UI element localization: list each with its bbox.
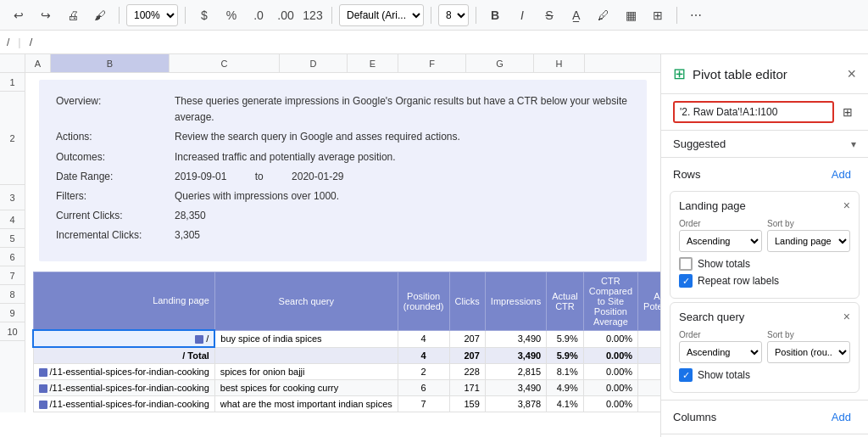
col-header-f[interactable]: F (398, 54, 466, 72)
divider-4 (431, 7, 431, 24)
info-row-current-clicks: Current Clicks: 28,350 (56, 208, 630, 224)
cell-ctr: 5.9% (547, 330, 584, 347)
landing-page-close-button[interactable]: × (843, 199, 850, 212)
sort-by-label: Sort by (767, 219, 850, 228)
columns-add-button[interactable]: Add (826, 409, 856, 425)
number-format-button[interactable]: 123 (301, 3, 325, 27)
overview-value: These queries generate impressions in Go… (175, 93, 630, 126)
table-row[interactable]: / Total42073,4905.9%0.00% (33, 347, 660, 364)
incremental-clicks-value: 3,305 (175, 227, 200, 244)
columns-section-header: Columns Add (661, 400, 868, 430)
search-query-sortby-select[interactable]: Position (rou... (767, 341, 850, 363)
cell-ctr: 5.9% (547, 347, 584, 364)
currency-button[interactable]: $ (192, 3, 216, 27)
values-row: Values as: Columns Add (661, 434, 868, 437)
row-num-9: 9 (0, 304, 25, 322)
landing-page-order-row: Order Ascending Sort by Landing page (679, 219, 850, 252)
col-header-h[interactable]: H (534, 54, 585, 72)
cell-ctr-compare: 0.00% (583, 347, 637, 364)
info-card: Overview: These queries generate impress… (39, 80, 647, 261)
datasource-grid-icon[interactable]: ⊞ (839, 104, 856, 120)
col-header-g[interactable]: G (466, 54, 534, 72)
percent-button[interactable]: % (220, 3, 243, 27)
show-totals-row-2: ✓ Show totals (679, 368, 850, 382)
main-layout: A B C D E F G H 1 2 3 4 5 6 7 8 9 10 (0, 54, 868, 437)
merge-button[interactable]: ⊞ (646, 3, 670, 27)
undo-button[interactable]: ↩ (7, 3, 31, 27)
filters-label: Filters: (56, 188, 175, 204)
panel-table-icon: ⊞ (673, 64, 686, 83)
columns-section-title: Columns (673, 411, 826, 423)
date-to-label: to (255, 171, 264, 182)
font-size-select[interactable]: 8 (438, 4, 469, 26)
cell-landing-page: / (33, 330, 214, 347)
sq-order-label: Order (679, 330, 762, 339)
font-color-button[interactable]: A̲ (565, 3, 588, 27)
cell-impressions: 3,490 (485, 380, 546, 396)
redo-button[interactable]: ↪ (34, 3, 58, 27)
search-query-order-select[interactable]: Ascending (679, 341, 762, 363)
col-header-a[interactable]: A (25, 54, 51, 72)
th-search-query: Search query (214, 272, 398, 330)
col-header-e[interactable]: E (348, 54, 398, 72)
cell-clicks: 159 (449, 396, 485, 412)
suggested-row[interactable]: Suggested ▾ (661, 131, 868, 158)
cell-landing-page: / Total (33, 347, 214, 364)
show-totals-checkbox-2[interactable]: ✓ (679, 368, 693, 382)
panel-close-button[interactable]: × (847, 65, 856, 83)
table-header-row: Landing page Search query Position (roun… (33, 272, 660, 330)
col-header-c[interactable]: C (170, 54, 280, 72)
table-row[interactable]: /buy spice of india spices42073,4905.9%0… (33, 330, 660, 347)
divider-6 (676, 7, 677, 24)
highlight-button[interactable]: 🖊 (592, 3, 615, 27)
cell-impressions: 3,490 (485, 347, 546, 364)
decimal-2-button[interactable]: .00 (274, 3, 298, 27)
paint-format-button[interactable]: 🖌 (88, 3, 112, 27)
show-totals-checkbox-1[interactable] (679, 257, 693, 271)
th-impressions: Impressions (485, 272, 546, 330)
landing-page-title: Landing page (679, 199, 843, 212)
table-row[interactable]: /11-essential-spices-for-indian-cookings… (33, 364, 660, 380)
search-query-sortby-col: Sort by Position (rou... (767, 330, 850, 363)
bold-button[interactable]: B (483, 3, 507, 27)
th-ctr-compare: CTR Compared to Site Position Average (583, 272, 637, 330)
borders-button[interactable]: ▦ (619, 3, 643, 27)
date-range-value: 2019-09-01 to 2020-01-29 (175, 169, 343, 185)
cell-clicks: 171 (449, 380, 485, 396)
landing-page-order-select[interactable]: Ascending (679, 230, 762, 252)
italic-button[interactable]: I (510, 3, 534, 27)
zoom-select[interactable]: 100% (126, 4, 178, 26)
divider-5 (476, 7, 476, 24)
current-clicks-label: Current Clicks: (56, 208, 175, 224)
cell-ctr-compare: 0.00% (583, 396, 637, 412)
more-button[interactable]: ⋯ (684, 3, 708, 27)
cell-impressions: 2,815 (485, 364, 546, 380)
row-num-3: 3 (0, 185, 25, 210)
cell-position: 2 (398, 364, 449, 380)
repeat-row-checkbox[interactable]: ✓ (679, 274, 693, 288)
rows-add-button[interactable]: Add (826, 166, 856, 182)
datasource-input[interactable] (673, 101, 834, 123)
font-select[interactable]: Default (Ari... (339, 4, 424, 26)
table-row[interactable]: /11-essential-spices-for-indian-cookingw… (33, 396, 660, 412)
info-row-overview: Overview: These queries generate impress… (56, 93, 630, 126)
table-row[interactable]: /11-essential-spices-for-indian-cookingb… (33, 380, 660, 396)
formula-bar: / | / (0, 31, 868, 54)
cell-search-query: what are the most important indian spice… (214, 396, 398, 412)
decimal-0-button[interactable]: .0 (247, 3, 270, 27)
divider-1 (119, 7, 120, 24)
search-query-close-button[interactable]: × (843, 310, 850, 323)
landing-page-sortby-select[interactable]: Landing page (767, 230, 850, 252)
strikethrough-button[interactable]: S (537, 3, 561, 27)
sheet-body: 1 2 3 4 5 6 7 8 9 10 Overview: These que… (0, 73, 660, 412)
info-row-outcomes: Outcomes: Increased traffic and potentia… (56, 149, 630, 165)
print-button[interactable]: 🖨 (61, 3, 85, 27)
cell-search-query (214, 347, 398, 364)
th-ctr: Actual CTR (547, 272, 584, 330)
row-num-5: 5 (0, 229, 25, 248)
search-query-title: Search query (679, 311, 843, 323)
col-header-b[interactable]: B (51, 54, 170, 72)
rows-section-title: Rows (673, 168, 826, 181)
cell-landing-page: /11-essential-spices-for-indian-cooking (33, 380, 214, 396)
col-header-d[interactable]: D (280, 54, 348, 72)
